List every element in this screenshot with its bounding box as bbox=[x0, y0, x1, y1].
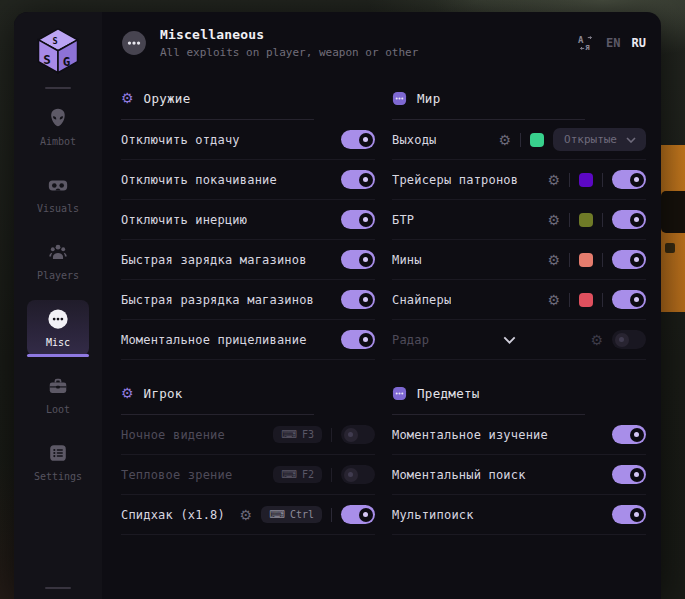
sidebar-item-label: Loot bbox=[46, 404, 70, 415]
feature-label: Снайперы bbox=[392, 293, 451, 307]
sidebar-nav: Aimbot Visuals Players Misc bbox=[14, 99, 102, 490]
toggle-switch[interactable] bbox=[612, 210, 646, 229]
briefcase-icon bbox=[47, 375, 69, 397]
feature-row: Трейсеры патронов ⚙ bbox=[392, 160, 646, 200]
toggle-knob bbox=[359, 333, 373, 347]
svg-text:G: G bbox=[63, 54, 71, 69]
feature-label: Радар bbox=[392, 333, 429, 347]
chevron-down-icon bbox=[626, 137, 636, 143]
toggle-switch[interactable] bbox=[612, 330, 646, 349]
toggle-switch[interactable] bbox=[341, 465, 375, 484]
content-grid: ⚙ Оружие Отключить отдачу Отключить пока… bbox=[112, 59, 646, 535]
keybind-label: F2 bbox=[302, 469, 314, 480]
feature-row: Спидхак (x1.8) ⚙ ⌨ Ctrl bbox=[121, 495, 375, 535]
alien-icon bbox=[47, 107, 69, 129]
language-ru-button[interactable]: RU bbox=[632, 36, 646, 50]
feature-row: Отключить покачивание bbox=[121, 160, 375, 200]
feature-row: Выходы ⚙ Открытые bbox=[392, 120, 646, 160]
gear-icon[interactable]: ⚙ bbox=[590, 333, 603, 347]
feature-label: Ночное видение bbox=[121, 428, 225, 442]
sidebar-item-loot[interactable]: Loot bbox=[27, 367, 89, 423]
toggle-switch[interactable] bbox=[612, 250, 646, 269]
gear-icon[interactable]: ⚙ bbox=[547, 213, 560, 227]
toggle-switch[interactable] bbox=[341, 170, 375, 189]
color-swatch[interactable] bbox=[579, 253, 593, 267]
gear-icon[interactable]: ⚙ bbox=[547, 253, 560, 267]
sidebar-item-aimbot[interactable]: Aimbot bbox=[27, 99, 89, 155]
control-divider bbox=[569, 293, 570, 307]
language-en-button[interactable]: EN bbox=[606, 36, 620, 50]
toggle-switch[interactable] bbox=[341, 505, 375, 524]
color-swatch[interactable] bbox=[579, 293, 593, 307]
keyboard-icon: ⌨ bbox=[269, 509, 285, 520]
section-title: Игрок bbox=[144, 386, 183, 401]
toggle-knob bbox=[359, 293, 373, 307]
control-divider bbox=[569, 173, 570, 187]
svg-text:A: A bbox=[578, 35, 584, 45]
toggle-knob bbox=[359, 133, 373, 147]
dots-square-icon bbox=[392, 386, 407, 401]
dots-square-icon bbox=[392, 91, 407, 106]
sidebar: S G S Aimbot Visuals Pl bbox=[14, 12, 102, 599]
gear-icon[interactable]: ⚙ bbox=[498, 133, 511, 147]
toggle-switch[interactable] bbox=[341, 130, 375, 149]
main-area: Miscellaneous All exploits on player, we… bbox=[102, 12, 661, 599]
section-header: ⚙ Игрок bbox=[121, 381, 375, 405]
sidebar-item-players[interactable]: Players bbox=[27, 233, 89, 289]
toggle-switch[interactable] bbox=[612, 505, 646, 524]
feature-row: Тепловое зрение ⌨ F2 bbox=[121, 455, 375, 495]
expand-chevron-icon[interactable] bbox=[429, 336, 590, 344]
exits-state-dropdown[interactable]: Открытые bbox=[553, 128, 646, 151]
toggle-switch[interactable] bbox=[612, 465, 646, 484]
sidebar-item-settings[interactable]: Settings bbox=[27, 434, 89, 490]
control-divider bbox=[602, 293, 603, 307]
toggle-switch[interactable] bbox=[341, 425, 375, 444]
toggle-knob bbox=[630, 428, 644, 442]
sidebar-item-label: Aimbot bbox=[40, 136, 76, 147]
color-swatch[interactable] bbox=[579, 213, 593, 227]
sidebar-item-label: Settings bbox=[34, 471, 82, 482]
sidebar-item-label: Visuals bbox=[37, 203, 79, 214]
feature-label: Тепловое зрение bbox=[121, 468, 232, 482]
gear-icon[interactable]: ⚙ bbox=[239, 508, 252, 522]
background-game-mark bbox=[665, 243, 675, 253]
sidebar-item-misc[interactable]: Misc bbox=[27, 300, 89, 356]
feature-label: Моментальное прицеливание bbox=[121, 333, 307, 347]
toggle-switch[interactable] bbox=[612, 170, 646, 189]
gear-icon[interactable]: ⚙ bbox=[547, 293, 560, 307]
page-title: Miscellaneous bbox=[160, 27, 418, 42]
keyboard-icon: ⌨ bbox=[281, 469, 297, 480]
color-swatch[interactable] bbox=[530, 133, 544, 147]
right-column: Мир Выходы ⚙ Открытые bbox=[392, 86, 646, 535]
keybind-badge[interactable]: ⌨ F3 bbox=[273, 426, 322, 443]
toggle-switch[interactable] bbox=[612, 425, 646, 444]
ellipsis-circle-icon bbox=[121, 30, 147, 56]
background-game-shape bbox=[661, 191, 685, 233]
toggle-knob bbox=[630, 468, 644, 482]
gear-icon[interactable]: ⚙ bbox=[547, 173, 560, 187]
feature-row: Моментальное прицеливание bbox=[121, 320, 375, 360]
color-swatch[interactable] bbox=[579, 173, 593, 187]
toggle-switch[interactable] bbox=[341, 290, 375, 309]
toggle-switch[interactable] bbox=[341, 210, 375, 229]
vr-goggles-icon bbox=[47, 174, 69, 196]
feature-row: Быстрая зарядка магазинов bbox=[121, 240, 375, 280]
keybind-badge[interactable]: ⌨ Ctrl bbox=[261, 506, 322, 523]
feature-label: Отключить инерцию bbox=[121, 213, 247, 227]
toggle-knob bbox=[630, 253, 644, 267]
toggle-knob bbox=[359, 173, 373, 187]
control-divider bbox=[602, 173, 603, 187]
sidebar-item-visuals[interactable]: Visuals bbox=[27, 166, 89, 222]
toggle-switch[interactable] bbox=[612, 290, 646, 309]
section-title: Предметы bbox=[417, 386, 480, 401]
section-player: ⚙ Игрок Ночное видение ⌨ F3 bbox=[121, 381, 375, 535]
keybind-badge[interactable]: ⌨ F2 bbox=[273, 466, 322, 483]
feature-label: Моментальное изучение bbox=[392, 428, 548, 442]
toggle-knob bbox=[630, 293, 644, 307]
feature-row: Моментальный поиск bbox=[392, 455, 646, 495]
feature-row: Отключить инерцию bbox=[121, 200, 375, 240]
toggle-switch[interactable] bbox=[341, 250, 375, 269]
app-logo: S G S bbox=[33, 25, 83, 75]
toggle-switch[interactable] bbox=[341, 330, 375, 349]
svg-text:S: S bbox=[43, 52, 51, 67]
